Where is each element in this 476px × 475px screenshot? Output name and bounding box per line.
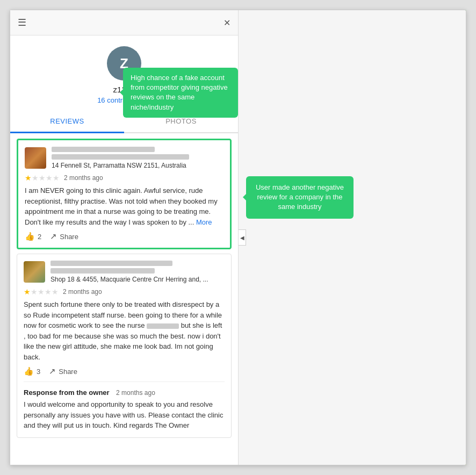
map-negative-review-tooltip: User made another negative review for a …	[246, 176, 354, 219]
review-actions-1: 👍 2 ↗ Share	[25, 232, 223, 241]
redacted-name-bar-1b	[52, 154, 189, 160]
time-ago-2: 2 months ago	[63, 288, 102, 296]
owner-response-header: Response from the owner 2 months ago	[24, 387, 225, 397]
reviews-list[interactable]: 14 Fennell St, Parramatta NSW 2151, Aust…	[10, 133, 238, 465]
thumbs-up-icon-1: 👍	[25, 232, 35, 241]
star-1-3: ★	[39, 174, 46, 182]
location-address-1: 14 Fennell St, Parramatta NSW 2151, Aust…	[52, 162, 223, 169]
redacted-name-bar-2b	[51, 268, 155, 274]
owner-response-time: 2 months ago	[116, 389, 155, 397]
stars-row-2: ★ ★ ★ ★ ★ 2 months ago	[24, 287, 225, 296]
owner-response-text: I would welcome and opportunity to speak…	[24, 399, 225, 431]
stars-row-1: ★ ★ ★ ★ ★ 2 months ago	[25, 174, 223, 182]
profile-section: Z z1389 16 contributions › High chance o…	[10, 35, 238, 109]
star-2-3: ★	[38, 287, 45, 296]
owner-title: Response from the owner	[24, 388, 110, 397]
star-2-5: ★	[52, 287, 59, 296]
share-button-1[interactable]: ↗ Share	[50, 232, 78, 241]
redacted-name-inline	[147, 323, 179, 329]
owner-response: Response from the owner 2 months ago I w…	[24, 382, 225, 431]
like-button-2[interactable]: 👍 3	[24, 366, 40, 376]
hamburger-icon[interactable]: ☰	[18, 17, 26, 28]
main-container: ☰ ✕ Z z1389 16 contributions › High chan…	[10, 10, 466, 465]
collapse-panel-arrow[interactable]: ◀	[239, 229, 246, 246]
location-name-area-2: Shop 18 & 4455, Macquarie Centre Cnr Her…	[51, 261, 225, 283]
review-actions-2: 👍 3 ↗ Share	[24, 366, 225, 376]
review-card-1: 14 Fennell St, Parramatta NSW 2151, Aust…	[17, 139, 232, 249]
redacted-name-bar-1	[52, 147, 155, 152]
location-address-2: Shop 18 & 4455, Macquarie Centre Cnr Her…	[51, 276, 225, 283]
thumbs-up-icon-2: 👍	[24, 366, 34, 376]
redacted-name-bar-2	[51, 261, 172, 266]
star-1-5: ★	[53, 174, 60, 182]
tab-reviews[interactable]: REVIEWS	[10, 111, 124, 133]
review-text-1: I am NEVER going to this clinic again. A…	[25, 185, 223, 227]
panel-header: ☰ ✕	[10, 10, 238, 35]
star-1-2: ★	[32, 174, 39, 182]
location-name-area-1: 14 Fennell St, Parramatta NSW 2151, Aust…	[52, 147, 223, 169]
location-thumbnail-2	[24, 261, 45, 283]
like-button-1[interactable]: 👍 2	[25, 232, 41, 241]
close-icon[interactable]: ✕	[223, 18, 230, 28]
star-2-2: ★	[31, 287, 38, 296]
star-2-4: ★	[45, 287, 52, 296]
share-icon-1: ↗	[50, 232, 57, 241]
review-location-row-1: 14 Fennell St, Parramatta NSW 2151, Aust…	[25, 147, 223, 169]
review-card-2: Shop 18 & 4455, Macquarie Centre Cnr Her…	[17, 254, 232, 438]
star-1-1: ★	[25, 174, 32, 182]
location-thumbnail-1	[25, 147, 46, 169]
review-text-2: Spent such fortune there only to be trea…	[24, 299, 225, 362]
review-location-row-2: Shop 18 & 4455, Macquarie Centre Cnr Her…	[24, 261, 225, 283]
time-ago-1: 2 months ago	[64, 174, 103, 182]
share-icon-2: ↗	[49, 366, 56, 376]
review-more-link-1[interactable]: More	[196, 218, 212, 226]
share-button-2[interactable]: ↗ Share	[49, 366, 77, 376]
star-2-1: ★	[24, 287, 31, 296]
review-panel: ☰ ✕ Z z1389 16 contributions › High chan…	[10, 10, 239, 465]
star-1-4: ★	[46, 174, 53, 182]
fake-account-tooltip: High chance of a fake account from compe…	[123, 68, 238, 118]
